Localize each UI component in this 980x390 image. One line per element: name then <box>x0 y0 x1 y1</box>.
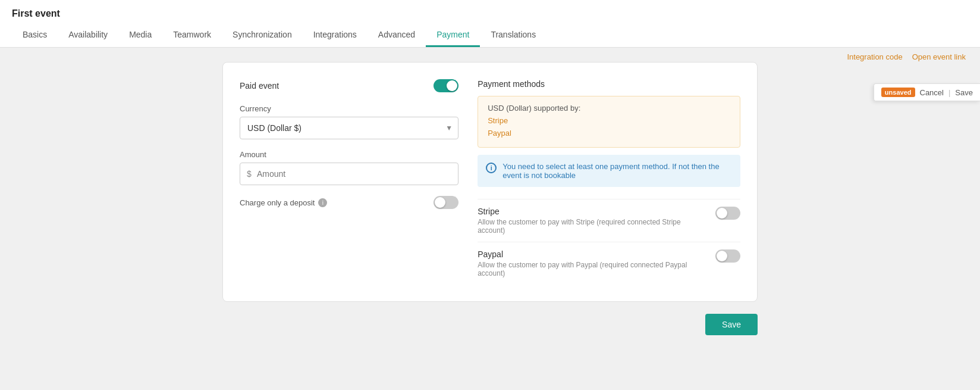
stripe-link[interactable]: Stripe <box>488 115 730 127</box>
page-title: First event <box>12 0 968 19</box>
save-button[interactable]: Save <box>705 314 758 335</box>
paypal-info: Paypal Allow the customer to pay with Pa… <box>478 249 708 277</box>
stripe-info: Stripe Allow the customer to pay with St… <box>478 207 708 235</box>
paypal-method-row: Paypal Allow the customer to pay with Pa… <box>478 242 740 285</box>
charge-deposit-label: Charge only a deposit <box>240 198 315 207</box>
info-circle-icon: i <box>486 163 497 173</box>
deposit-label-wrap: Charge only a deposit i <box>240 198 327 207</box>
usd-supported-box: USD (Dollar) supported by: Stripe Paypal <box>478 96 740 148</box>
tab-integrations[interactable]: Integrations <box>303 24 368 47</box>
paypal-link[interactable]: Paypal <box>488 127 730 140</box>
amount-input[interactable] <box>240 163 458 185</box>
tab-advanced[interactable]: Advanced <box>368 24 426 47</box>
stripe-method-row: Stripe Allow the customer to pay with St… <box>478 199 740 242</box>
currency-select-wrapper: USD (Dollar $) EUR (Euro €) GBP (Pound £… <box>240 117 458 139</box>
charge-deposit-toggle[interactable] <box>434 196 458 209</box>
tab-synchronization[interactable]: Synchronization <box>222 24 303 47</box>
usd-supported-title: USD (Dollar) supported by: <box>488 104 730 113</box>
dollar-prefix-icon: $ <box>247 169 252 179</box>
paypal-desc: Allow the customer to pay with Paypal (r… <box>478 261 708 277</box>
deposit-info-icon[interactable]: i <box>318 198 327 207</box>
currency-select[interactable]: USD (Dollar $) EUR (Euro €) GBP (Pound £… <box>240 117 458 139</box>
payment-methods-title: Payment methods <box>478 79 740 89</box>
paypal-name: Paypal <box>478 249 708 259</box>
unsaved-divider: | <box>948 88 950 97</box>
unsaved-save-button[interactable]: Save <box>955 88 973 97</box>
tab-availability[interactable]: Availability <box>58 24 118 47</box>
tab-teamwork[interactable]: Teamwork <box>162 24 222 47</box>
unsaved-badge: unsaved <box>881 88 915 97</box>
card-left: Paid event Currency USD (Dollar $) EUR (… <box>240 79 458 285</box>
bottom-actions: Save <box>222 314 758 335</box>
stripe-desc: Allow the customer to pay with Stripe (r… <box>478 218 708 235</box>
tab-basics[interactable]: Basics <box>12 24 58 47</box>
amount-label: Amount <box>240 150 458 159</box>
card-right: Payment methods USD (Dollar) supported b… <box>478 79 740 285</box>
payment-card: Paid event Currency USD (Dollar $) EUR (… <box>222 62 758 302</box>
amount-field-wrapper: $ <box>240 163 458 185</box>
nav-tabs: BasicsAvailabilityMediaTeamworkSynchroni… <box>12 24 968 47</box>
main-content: Paid event Currency USD (Dollar $) EUR (… <box>0 48 980 350</box>
paypal-toggle[interactable] <box>715 249 740 263</box>
stripe-name: Stripe <box>478 207 708 216</box>
info-box: i You need to select at least one paymen… <box>478 155 740 187</box>
paid-event-label: Paid event <box>240 81 279 91</box>
currency-label: Currency <box>240 104 458 113</box>
tab-media[interactable]: Media <box>118 24 162 47</box>
info-box-message: You need to select at least one payment … <box>502 162 732 180</box>
tab-translations[interactable]: Translations <box>480 24 546 47</box>
unsaved-widget: unsaved Cancel | Save <box>874 83 980 101</box>
paid-event-toggle[interactable] <box>434 79 458 92</box>
deposit-row: Charge only a deposit i <box>240 196 458 209</box>
paid-event-row: Paid event <box>240 79 458 92</box>
stripe-toggle[interactable] <box>715 207 740 220</box>
tab-payment[interactable]: Payment <box>426 24 480 47</box>
top-bar: First event BasicsAvailabilityMediaTeamw… <box>0 0 980 48</box>
unsaved-cancel-button[interactable]: Cancel <box>920 88 944 97</box>
